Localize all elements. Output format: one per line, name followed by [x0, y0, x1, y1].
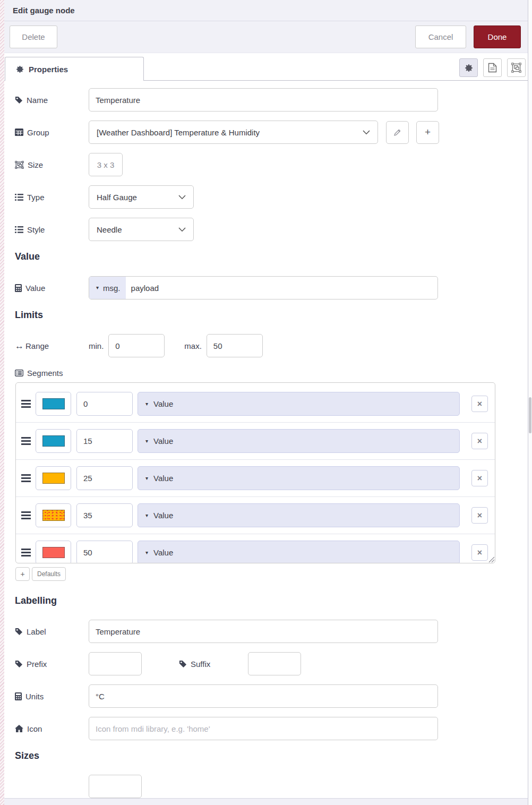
- segments-label: Segments: [15, 366, 528, 379]
- remove-segment-button[interactable]: ×: [471, 470, 488, 486]
- segment-value-input[interactable]: [76, 392, 133, 416]
- group-select[interactable]: [Weather Dashboard] Temperature & Humidi…: [89, 121, 378, 144]
- list-icon: [15, 194, 23, 201]
- segment-type-dropdown[interactable]: ▾ Value: [138, 392, 460, 416]
- style-label: Style: [15, 225, 89, 234]
- scrollbar-thumb[interactable]: [529, 397, 531, 433]
- segments-list: ▾ Value × ▾ Value ×: [15, 382, 495, 563]
- list-alt-icon: [15, 370, 23, 376]
- caret-down-icon: ▾: [145, 401, 148, 407]
- document-icon: [488, 63, 497, 73]
- min-label: min.: [89, 341, 104, 350]
- segment-color-button[interactable]: [36, 541, 71, 563]
- style-row: Style Needle: [15, 218, 528, 241]
- value-label-text: Value: [25, 284, 45, 293]
- scrollbar[interactable]: [528, 0, 532, 805]
- segment-value-input[interactable]: [76, 541, 133, 563]
- units-input[interactable]: [89, 684, 438, 708]
- range-max-input[interactable]: [207, 334, 263, 357]
- range-min-input[interactable]: [108, 334, 165, 357]
- caret-down-icon: ▾: [145, 476, 148, 481]
- segment-type-dropdown[interactable]: ▾ Value: [138, 541, 460, 563]
- tag-icon: [15, 660, 23, 668]
- value-section-heading: Value: [15, 250, 528, 263]
- drag-handle-icon[interactable]: [21, 474, 31, 482]
- segment-color-button[interactable]: [36, 392, 71, 416]
- caret-down-icon: ▾: [96, 285, 99, 290]
- name-input[interactable]: [89, 88, 438, 112]
- segment-color-button[interactable]: [36, 466, 71, 490]
- units-label: Units: [15, 692, 89, 701]
- dialog-bottom-edge: [4, 798, 528, 805]
- drag-handle-icon[interactable]: [21, 549, 31, 556]
- segment-value-input[interactable]: [76, 429, 133, 453]
- remove-segment-button[interactable]: ×: [471, 507, 488, 524]
- segment-type-dropdown[interactable]: ▾ Value: [138, 429, 460, 453]
- tag-icon: [15, 96, 23, 104]
- size-row: Size 3 x 3: [15, 153, 528, 176]
- table-icon: [15, 129, 23, 136]
- sizes-input-partial[interactable]: [89, 775, 142, 798]
- icon-input[interactable]: [89, 717, 438, 740]
- tab-properties[interactable]: Properties: [5, 57, 144, 81]
- type-select[interactable]: Half Gauge: [89, 185, 194, 209]
- drag-handle-icon[interactable]: [21, 400, 31, 408]
- dialog-header: Edit gauge node: [4, 0, 528, 21]
- prefix-input[interactable]: [89, 652, 142, 675]
- add-group-button[interactable]: +: [416, 121, 439, 144]
- segment-type-label: Value: [153, 511, 173, 520]
- value-type-select[interactable]: ▾ msg.: [89, 277, 126, 299]
- name-row: Name: [15, 88, 528, 112]
- label-input[interactable]: [89, 620, 438, 643]
- size-label: Size: [15, 160, 89, 169]
- appearance-view-button[interactable]: [507, 58, 526, 77]
- value-label: Value: [15, 284, 89, 293]
- description-view-button[interactable]: [483, 58, 502, 77]
- type-label-text: Type: [27, 193, 45, 202]
- remove-segment-button[interactable]: ×: [471, 396, 488, 412]
- group-label: Group: [15, 128, 89, 137]
- done-button[interactable]: Done: [474, 25, 521, 48]
- edit-gauge-node-dialog: Edit gauge node Delete Cancel Done Prope…: [4, 0, 528, 805]
- type-label: Type: [15, 193, 89, 202]
- remove-segment-button[interactable]: ×: [471, 544, 488, 561]
- units-label-text: Units: [25, 692, 44, 701]
- sizes-partial-row: [15, 775, 528, 798]
- properties-view-button[interactable]: [459, 58, 478, 77]
- value-typed-input: ▾ msg. payload: [89, 276, 438, 299]
- segment-color-fill: [42, 398, 65, 409]
- gear-icon: [16, 65, 24, 73]
- dialog-title: Edit gauge node: [13, 6, 75, 15]
- style-label-text: Style: [27, 225, 45, 234]
- max-label: max.: [184, 341, 202, 350]
- suffix-input[interactable]: [248, 652, 301, 675]
- list-resize-handle[interactable]: [488, 556, 494, 562]
- segments-list-actions: + Defaults: [15, 567, 528, 581]
- editor-tabbar: Properties: [4, 53, 528, 81]
- segment-color-button[interactable]: [36, 503, 71, 527]
- name-label: Name: [15, 96, 89, 105]
- value-property-input[interactable]: payload: [126, 277, 159, 299]
- size-button[interactable]: 3 x 3: [89, 153, 123, 176]
- segment-value-input[interactable]: [76, 466, 133, 490]
- drag-handle-icon[interactable]: [21, 437, 31, 445]
- segment-value-input[interactable]: [76, 503, 133, 527]
- icon-label: Icon: [15, 724, 89, 733]
- delete-button[interactable]: Delete: [10, 25, 57, 48]
- name-label-text: Name: [27, 96, 48, 105]
- limits-section-heading: Limits: [15, 309, 528, 321]
- segment-row: ▾ Value ×: [16, 459, 495, 496]
- remove-segment-button[interactable]: ×: [471, 433, 488, 449]
- edit-group-button[interactable]: [386, 121, 409, 144]
- segment-color-button[interactable]: [36, 429, 71, 453]
- value-type-label: msg.: [103, 284, 121, 293]
- add-segment-button[interactable]: +: [15, 567, 30, 581]
- caret-down-icon: ▾: [145, 439, 148, 444]
- segment-type-dropdown[interactable]: ▾ Value: [138, 503, 460, 527]
- segment-type-dropdown[interactable]: ▾ Value: [138, 466, 460, 490]
- defaults-button[interactable]: Defaults: [32, 567, 66, 581]
- suffix-label-text: Suffix: [191, 660, 210, 669]
- style-select[interactable]: Needle: [89, 218, 194, 241]
- drag-handle-icon[interactable]: [21, 511, 31, 519]
- cancel-button[interactable]: Cancel: [415, 25, 466, 48]
